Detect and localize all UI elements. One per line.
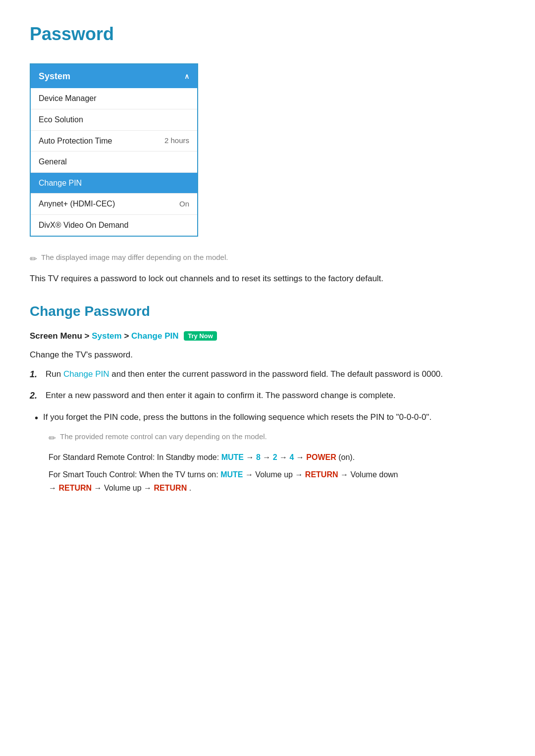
- bullet-dot-icon: •: [35, 410, 38, 426]
- change-password-desc: Change the TV's password.: [30, 348, 505, 361]
- vol-up-1: → Volume up →: [245, 470, 305, 479]
- menu-item-auto-protection[interactable]: Auto Protection Time 2 hours: [31, 131, 197, 152]
- pencil-icon-2: ✏: [49, 431, 56, 446]
- step-1-content: Run Change PIN and then enter the curren…: [46, 367, 443, 381]
- note-2: ✏ The provided remote control can vary d…: [49, 431, 505, 446]
- return-3: RETURN: [154, 484, 187, 492]
- menu-item-eco-solution[interactable]: Eco Solution: [31, 109, 197, 131]
- return-1: RETURN: [305, 470, 338, 479]
- page-title: Password: [30, 20, 505, 49]
- step-2-num: 2.: [30, 389, 41, 403]
- menu-item-label: Auto Protection Time: [39, 135, 112, 148]
- section-title-change-password: Change Password: [30, 301, 505, 323]
- menu-item-anynet[interactable]: Anynet+ (HDMI-CEC) On: [31, 194, 197, 215]
- breadcrumb-prefix: Screen Menu >: [30, 331, 89, 341]
- step-1-link[interactable]: Change PIN: [63, 369, 109, 379]
- step-1-text-after: and then enter the current password in t…: [111, 369, 443, 379]
- power-label: POWER: [306, 453, 336, 461]
- menu-item-device-manager[interactable]: Device Manager: [31, 88, 197, 109]
- menu-item-general[interactable]: General: [31, 151, 197, 173]
- menu-item-label: Change PIN: [39, 177, 82, 190]
- steps-list: 1. Run Change PIN and then enter the cur…: [30, 367, 505, 403]
- menu-item-label: Eco Solution: [39, 113, 83, 126]
- smart-touch-prefix: For Smart Touch Control: When the TV tur…: [49, 470, 218, 479]
- step-2: 2. Enter a new password and then enter i…: [30, 389, 505, 403]
- period: .: [189, 484, 191, 492]
- menu-item-label: General: [39, 155, 67, 168]
- menu-item-label: DivX® Video On Demand: [39, 219, 128, 232]
- vol-down: → Volume down: [340, 470, 398, 479]
- bullet-section: • If you forget the PIN code, press the …: [35, 410, 505, 495]
- breadcrumb: Screen Menu > System > Change PIN Try No…: [30, 329, 505, 343]
- note-1-text: The displayed image may differ depending…: [41, 252, 228, 263]
- note-2-text: The provided remote control can vary dep…: [60, 431, 267, 443]
- arrow-3: →: [279, 453, 289, 461]
- breadcrumb-system[interactable]: System: [92, 331, 121, 341]
- menu-item-divx[interactable]: DivX® Video On Demand: [31, 215, 197, 236]
- breadcrumb-sep1: >: [124, 331, 131, 341]
- menu-item-value: On: [179, 198, 189, 210]
- step-1-num: 1.: [30, 367, 41, 382]
- num-4: 4: [290, 453, 294, 461]
- step-1: 1. Run Change PIN and then enter the cur…: [30, 367, 505, 382]
- smart-touch-line: For Smart Touch Control: When the TV tur…: [49, 468, 505, 495]
- num-2: 2: [273, 453, 277, 461]
- num-8: 8: [256, 453, 261, 461]
- pencil-icon: ✏: [30, 252, 37, 266]
- menu-item-value: 2 hours: [164, 135, 189, 147]
- menu-item-label: Device Manager: [39, 92, 97, 105]
- power-on: (on).: [338, 453, 355, 461]
- menu-header: System ∧: [31, 64, 197, 89]
- mute-1: MUTE: [221, 453, 244, 461]
- bullet-item-text: If you forget the PIN code, press the bu…: [43, 410, 431, 424]
- breadcrumb-change-pin[interactable]: Change PIN: [131, 331, 178, 341]
- bullet-item-pin: • If you forget the PIN code, press the …: [35, 410, 505, 426]
- indent-block: ✏ The provided remote control can vary d…: [49, 431, 505, 495]
- standard-remote-prefix: For Standard Remote Control: In Standby …: [49, 453, 219, 461]
- chevron-icon: ∧: [184, 71, 189, 82]
- try-now-badge[interactable]: Try Now: [184, 331, 217, 341]
- mute-2: MUTE: [220, 470, 243, 479]
- system-menu: System ∧ Device Manager Eco Solution Aut…: [30, 63, 198, 237]
- vol-up-2: → Volume up →: [94, 484, 154, 492]
- arrow-4: →: [296, 453, 306, 461]
- page-description: This TV requires a password to lock out …: [30, 272, 505, 285]
- arrow-return: →: [49, 484, 58, 492]
- menu-item-change-pin[interactable]: Change PIN: [31, 173, 197, 194]
- menu-item-label: Anynet+ (HDMI-CEC): [39, 198, 115, 210]
- standard-remote-line: For Standard Remote Control: In Standby …: [49, 451, 505, 464]
- step-1-text-before: Run: [46, 369, 61, 379]
- menu-header-label: System: [39, 69, 70, 84]
- step-2-text: Enter a new password and then enter it a…: [46, 389, 396, 402]
- return-2: RETURN: [58, 484, 92, 492]
- arrow-1: →: [246, 453, 256, 461]
- arrow-2: →: [263, 453, 272, 461]
- note-1: ✏ The displayed image may differ dependi…: [30, 252, 505, 266]
